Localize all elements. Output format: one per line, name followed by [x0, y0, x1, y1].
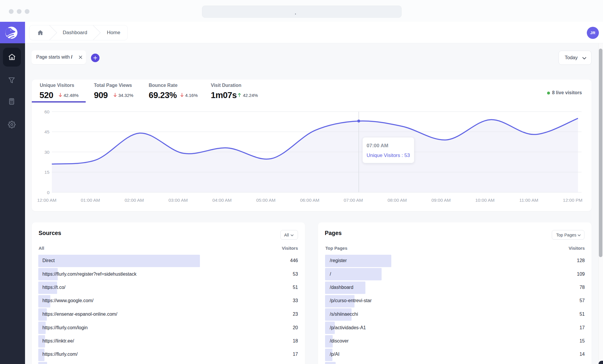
svg-text:12:00 PM: 12:00 PM — [563, 198, 582, 203]
svg-text:11:00 AM: 11:00 AM — [519, 198, 538, 203]
svg-text:10:00 AM: 10:00 AM — [475, 198, 495, 203]
svg-text:09:00 AM: 09:00 AM — [431, 198, 451, 203]
svg-text:07:00 AM: 07:00 AM — [344, 198, 363, 203]
svg-text:0: 0 — [47, 190, 49, 195]
svg-text:45: 45 — [44, 129, 49, 134]
svg-text:01:00 AM: 01:00 AM — [81, 198, 100, 203]
svg-text:03:00 AM: 03:00 AM — [168, 198, 188, 203]
svg-text:08:00 AM: 08:00 AM — [387, 198, 407, 203]
svg-text:06:00 AM: 06:00 AM — [300, 198, 319, 203]
svg-text:60: 60 — [44, 109, 50, 114]
svg-text:04:00 AM: 04:00 AM — [212, 198, 232, 203]
svg-text:15: 15 — [44, 170, 49, 175]
svg-text:30: 30 — [44, 150, 50, 155]
svg-text:02:00 AM: 02:00 AM — [125, 198, 144, 203]
svg-text:12:00 AM: 12:00 AM — [37, 198, 57, 203]
svg-text:05:00 AM: 05:00 AM — [256, 198, 276, 203]
